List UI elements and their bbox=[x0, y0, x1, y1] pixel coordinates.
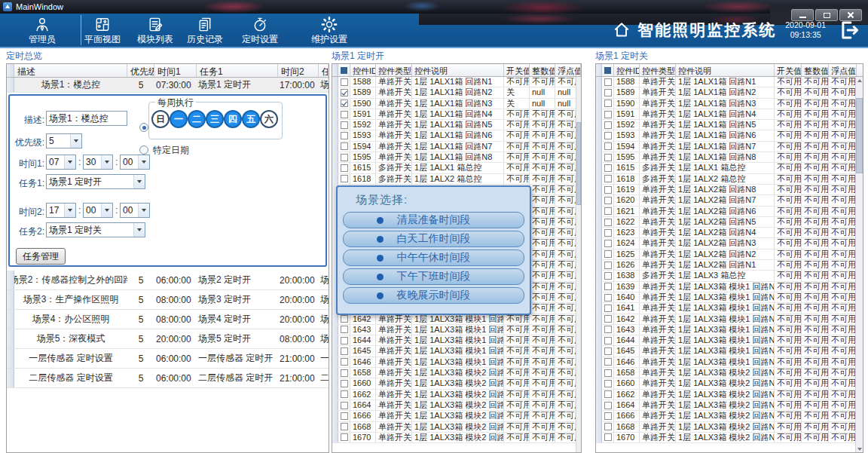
toolbar-item-gear[interactable]: 维护设置 bbox=[295, 16, 363, 46]
row-checkbox[interactable] bbox=[604, 390, 612, 398]
row-checkbox[interactable] bbox=[341, 433, 348, 441]
row-checkbox[interactable] bbox=[604, 315, 612, 323]
row-checkbox[interactable] bbox=[341, 315, 348, 323]
table-row[interactable]: 场景5：深夜模式520:00:00场景5 定时开08:00:00场景 bbox=[7, 329, 329, 349]
table-row[interactable]: 1619单路开关1层 1ALX2箱 回路N8不可用不可用不可用 bbox=[596, 185, 863, 195]
row-checkbox[interactable] bbox=[341, 423, 348, 430]
time1-hour-select[interactable]: 07 bbox=[46, 155, 76, 170]
table-row[interactable]: 1594单路开关1层 1ALX1箱 回路N7不可用不可用不可用 bbox=[332, 142, 581, 152]
column-header[interactable]: 任务 bbox=[319, 64, 329, 77]
row-checkbox[interactable] bbox=[604, 154, 612, 161]
row-checkbox[interactable] bbox=[341, 78, 348, 86]
priority-select[interactable]: 5 bbox=[46, 133, 82, 148]
time1-minute-select[interactable]: 30 bbox=[83, 155, 113, 170]
table-row[interactable]: 1660单路开关1层 1ALX3箱 模块2 回路N10不可用不可用不可用 bbox=[332, 378, 581, 389]
row-checkbox[interactable] bbox=[604, 175, 612, 182]
table-row[interactable]: 一层传感器 定时设置506:00:00一层传感器 定时开21:00:00一层 bbox=[7, 349, 329, 369]
table-row[interactable]: 1642单路开关1层 1ALX3箱 模块1 回路N5不可用不可用不可用 bbox=[332, 314, 581, 325]
row-checkbox[interactable] bbox=[341, 175, 348, 182]
table-row[interactable]: 1594单路开关1层 1ALX1箱 回路N7不可用不可用不可用 bbox=[596, 142, 863, 152]
column-header[interactable]: 时间1 bbox=[154, 64, 197, 77]
row-checkbox[interactable] bbox=[604, 219, 612, 226]
weekly-radio[interactable] bbox=[139, 123, 148, 132]
scene-period-button[interactable]: 夜晚展示时间段 bbox=[343, 287, 524, 304]
scroll-up-icon[interactable] bbox=[856, 77, 863, 84]
column-header[interactable]: 浮点值 bbox=[555, 64, 581, 76]
table-row[interactable]: 1623单路开关1层 1ALX2箱 回路N4不可用不可用不可用 bbox=[596, 228, 863, 238]
row-checkbox[interactable] bbox=[604, 240, 612, 247]
row-checkbox[interactable] bbox=[604, 132, 612, 139]
table-row[interactable]: 1668单路开关1层 1ALX3箱 模块2 回路N14不可用不可用不可用 bbox=[596, 422, 863, 433]
row-checkbox[interactable] bbox=[604, 262, 612, 269]
row-checkbox[interactable] bbox=[604, 358, 612, 366]
scrollbar[interactable] bbox=[576, 77, 581, 452]
table-row[interactable]: 1645单路开关1层 1ALX3箱 模块1 回路N2不可用不可用不可用 bbox=[332, 346, 581, 357]
row-checkbox[interactable] bbox=[341, 154, 348, 161]
row-checkbox[interactable] bbox=[604, 142, 612, 150]
column-header[interactable]: 控件类型 bbox=[376, 64, 412, 76]
row-checkbox[interactable] bbox=[604, 229, 612, 237]
column-header[interactable]: 描述 bbox=[14, 64, 127, 77]
weekday-toggle[interactable]: 四 bbox=[224, 110, 242, 128]
column-header[interactable]: 整数值 bbox=[802, 64, 829, 76]
table-row[interactable]: 1666单路开关1层 1ALX3箱 模块2 回路N13不可用不可用不可用 bbox=[596, 411, 863, 421]
specific-date-radio[interactable] bbox=[139, 145, 148, 155]
row-checkbox[interactable] bbox=[604, 197, 612, 204]
row-checkbox[interactable] bbox=[341, 412, 348, 420]
time2-second-select[interactable]: 00 bbox=[120, 203, 150, 218]
weekday-toggle[interactable]: 五 bbox=[242, 110, 260, 128]
table-row[interactable]: 1658单路开关1层 1ALX3箱 模块2 回路N9不可用不可用不可用 bbox=[332, 368, 581, 378]
table-row[interactable]: 1625单路开关1层 1ALX2箱 回路N2不可用不可用不可用 bbox=[596, 249, 863, 260]
row-checkbox[interactable] bbox=[604, 380, 612, 387]
table-row[interactable]: 1646单路开关1层 1ALX3箱 模块1 回路N1不可用不可用不可用 bbox=[332, 357, 581, 368]
column-header[interactable]: 优先级 bbox=[127, 64, 154, 77]
row-checkbox[interactable] bbox=[604, 433, 612, 441]
table-row[interactable]: 1590单路开关1层 1ALX1箱 回路N3不可用不可用不可用 bbox=[596, 99, 863, 109]
row-checkbox[interactable] bbox=[604, 326, 612, 333]
row-checkbox[interactable] bbox=[341, 380, 348, 387]
toolbar-item-person[interactable]: 管理员 bbox=[9, 16, 75, 46]
table-row[interactable]: 1660单路开关1层 1ALX3箱 模块2 回路N10不可用不可用不可用 bbox=[596, 378, 863, 389]
task1-select[interactable]: 场景1 定时开 bbox=[46, 174, 145, 189]
scene-period-button[interactable]: 中午午休时间段 bbox=[343, 249, 524, 266]
table-row[interactable]: 1615多路开关1层 1ALX1 箱总控不可用不可用不可用 bbox=[596, 163, 863, 173]
table-row[interactable]: 1592单路开关1层 1ALX1箱 回路N5不可用不可用不可用 bbox=[332, 120, 581, 130]
table-row[interactable]: 1643单路开关1层 1ALX3箱 模块1 回路N4不可用不可用不可用 bbox=[332, 325, 581, 335]
table-row[interactable]: 1645单路开关1层 1ALX3箱 模块1 回路N2不可用不可用不可用 bbox=[596, 346, 863, 357]
table-row[interactable]: 1592单路开关1层 1ALX1箱 回路N5不可用不可用不可用 bbox=[596, 120, 863, 130]
row-checkbox[interactable] bbox=[604, 89, 612, 96]
row-checkbox[interactable] bbox=[341, 99, 348, 107]
table-row[interactable]: 1620单路开关1层 1ALX2箱 回路N7不可用不可用不可用 bbox=[596, 195, 863, 206]
table-row[interactable]: 场景4：办公区照明508:00:00场景4 定时开20:00:00场景 bbox=[7, 310, 329, 329]
table-row[interactable]: 场景3：生产操作区照明508:00:00场景3 定时开20:00:00场景 bbox=[7, 290, 329, 310]
row-checkbox[interactable] bbox=[604, 305, 612, 312]
logout-icon[interactable] bbox=[838, 19, 860, 41]
table-row[interactable]: 1588单路开关1层 1ALX1箱 回路N1不可用不可用不可用 bbox=[332, 77, 581, 87]
column-header[interactable]: 任务1 bbox=[197, 64, 278, 77]
select-all-checkbox[interactable] bbox=[602, 64, 614, 76]
table-row[interactable]: 1624单路开关1层 1ALX2箱 回路N3不可用不可用不可用 bbox=[596, 238, 863, 249]
table-row[interactable]: 1668单路开关1层 1ALX3箱 模块2 回路N14不可用不可用不可用 bbox=[332, 422, 581, 433]
table-row[interactable]: 1646单路开关1层 1ALX3箱 模块1 回路N1不可用不可用不可用 bbox=[596, 357, 863, 368]
column-header[interactable]: 控件ID bbox=[614, 64, 640, 76]
table-row[interactable]: 1638多路开关1层 1ALX3 箱总控不可用不可用不可用 bbox=[596, 271, 863, 281]
table-row[interactable]: 1618多路开关1层 1ALX2 箱总控不可用不可用不可用 bbox=[332, 174, 581, 185]
row-checkbox[interactable] bbox=[604, 337, 612, 344]
row-checkbox[interactable] bbox=[341, 390, 348, 398]
table-row[interactable]: 1670单路开关1层 1ALX3箱 模块2 回路N15不可用不可用不可用 bbox=[332, 433, 581, 443]
scene-period-button[interactable]: 清晨准备时间段 bbox=[343, 212, 524, 228]
row-checkbox[interactable] bbox=[341, 358, 348, 366]
column-header[interactable]: 控件说明 bbox=[412, 64, 504, 76]
table-row[interactable]: 1639单路开关1层 1ALX3箱 模块1 回路N8不可用不可用不可用 bbox=[596, 282, 863, 292]
select-all-checkbox[interactable] bbox=[338, 64, 350, 76]
column-header[interactable]: 开关值 bbox=[504, 64, 530, 76]
column-header[interactable]: 浮点值 bbox=[829, 64, 857, 76]
table-row[interactable]: 场景2：传感器控制之外的回路506:00:00场景2 定时开20:00:00场景 bbox=[7, 271, 329, 290]
column-header[interactable]: 时间2 bbox=[278, 64, 319, 77]
table-row[interactable]: 1670单路开关1层 1ALX3箱 模块2 回路N15不可用不可用不可用 bbox=[596, 433, 863, 443]
table-row[interactable]: 1640单路开关1层 1ALX3箱 模块1 回路N7不可用不可用不可用 bbox=[596, 292, 863, 303]
row-checkbox[interactable] bbox=[604, 423, 612, 430]
table-row[interactable]: 1641单路开关1层 1ALX3箱 模块1 回路N6不可用不可用不可用 bbox=[596, 303, 863, 314]
row-checkbox[interactable] bbox=[341, 132, 348, 139]
task-manage-button[interactable]: 任务管理 bbox=[16, 248, 66, 265]
